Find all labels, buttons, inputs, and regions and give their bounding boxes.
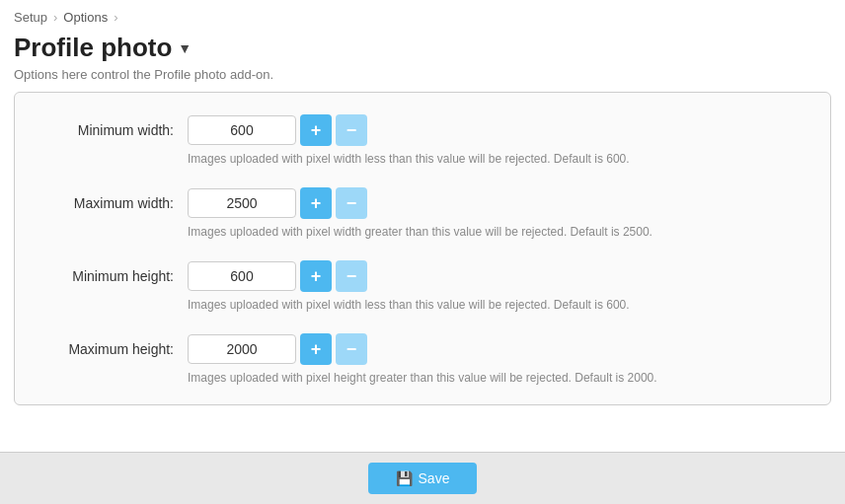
save-icon: 💾: [396, 470, 413, 486]
breadcrumb-sep-2: ›: [114, 10, 117, 25]
control-max-width: + −: [188, 187, 367, 219]
minus-max-width[interactable]: −: [336, 187, 367, 219]
option-main-min-width: Minimum width: + −: [35, 114, 810, 146]
page-wrapper: Setup › Options › Profile photo ▼ Option…: [0, 0, 845, 504]
content-area: Minimum width: + − Images uploaded with …: [0, 92, 845, 452]
breadcrumb-options[interactable]: Options: [63, 10, 108, 25]
save-button[interactable]: 💾 Save: [368, 463, 478, 494]
page-header: Profile photo ▼: [0, 29, 845, 67]
input-min-height[interactable]: [188, 261, 296, 291]
dropdown-arrow-icon[interactable]: ▼: [178, 40, 192, 56]
page-subtitle: Options here control the Profile photo a…: [0, 67, 845, 92]
label-max-height: Maximum height:: [35, 341, 188, 357]
control-min-width: + −: [188, 114, 367, 146]
options-panel: Minimum width: + − Images uploaded with …: [14, 92, 831, 405]
input-min-width[interactable]: [188, 115, 296, 145]
plus-max-height[interactable]: +: [300, 333, 332, 365]
minus-min-height[interactable]: −: [336, 260, 367, 292]
control-max-height: + −: [188, 333, 367, 365]
control-min-height: + −: [188, 260, 367, 292]
option-row-max-width: Maximum width: + − Images uploaded with …: [15, 176, 830, 249]
option-main-max-width: Maximum width: + −: [35, 187, 810, 219]
help-min-width: Images uploaded with pixel width less th…: [188, 152, 810, 166]
option-row-max-height: Maximum height: + − Images uploaded with…: [15, 322, 830, 395]
input-max-height[interactable]: [188, 334, 296, 364]
option-main-max-height: Maximum height: + −: [35, 333, 810, 365]
plus-max-width[interactable]: +: [300, 187, 332, 219]
breadcrumb: Setup › Options ›: [0, 0, 845, 29]
save-label: Save: [419, 470, 450, 486]
breadcrumb-setup[interactable]: Setup: [14, 10, 47, 25]
label-min-width: Minimum width:: [35, 122, 188, 138]
minus-min-width[interactable]: −: [336, 114, 367, 146]
option-row-min-height: Minimum height: + − Images uploaded with…: [15, 249, 830, 322]
label-min-height: Minimum height:: [35, 268, 188, 284]
input-max-width[interactable]: [188, 188, 296, 218]
plus-min-width[interactable]: +: [300, 114, 332, 146]
help-min-height: Images uploaded with pixel width less th…: [188, 298, 810, 312]
help-max-height: Images uploaded with pixel height greate…: [188, 371, 810, 385]
help-max-width: Images uploaded with pixel width greater…: [188, 225, 810, 239]
minus-max-height[interactable]: −: [336, 333, 367, 365]
breadcrumb-sep-1: ›: [53, 10, 57, 25]
footer-bar: 💾 Save: [0, 452, 845, 504]
plus-min-height[interactable]: +: [300, 260, 332, 292]
label-max-width: Maximum width:: [35, 195, 188, 211]
page-title: Profile photo: [14, 33, 172, 63]
option-row-min-width: Minimum width: + − Images uploaded with …: [15, 103, 830, 176]
option-main-min-height: Minimum height: + −: [35, 260, 810, 292]
